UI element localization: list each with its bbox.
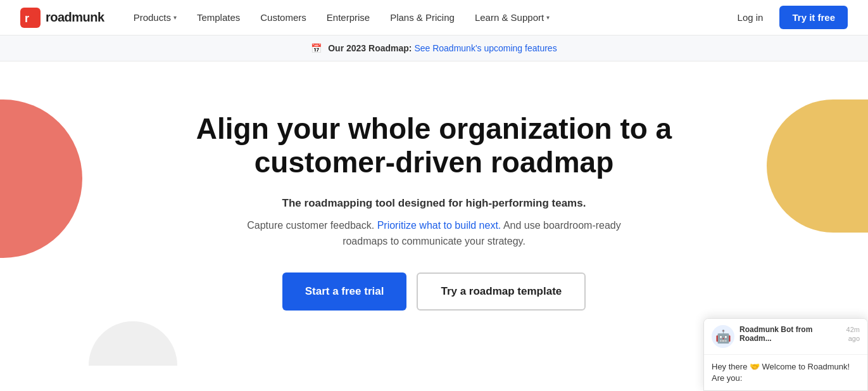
chat-bot-avatar: 🤖 xyxy=(712,325,734,348)
nav-templates[interactable]: Templates xyxy=(188,7,249,28)
svg-text:r: r xyxy=(25,12,29,25)
nav-plans-pricing[interactable]: Plans & Pricing xyxy=(381,7,463,28)
announcement-bar: 📅 Our 2023 Roadmap: See Roadmunk's upcom… xyxy=(0,35,868,61)
chat-time: 42m ago xyxy=(846,325,860,343)
hero-shape-left xyxy=(0,99,82,258)
chat-body: Hey there 🤝 Welcome to Roadmunk! Are you… xyxy=(704,355,867,366)
hero-subtitle: The roadmapping tool designed for high-p… xyxy=(238,197,631,210)
chat-widget[interactable]: 🤖 Roadmunk Bot from Roadm... 42m ago Hey… xyxy=(703,318,868,366)
cta-group: Start a free trial Try a roadmap templat… xyxy=(25,272,843,311)
hero-shape-right xyxy=(767,99,868,233)
chat-meta: Roadmunk Bot from Roadm... 42m ago xyxy=(739,325,860,343)
chat-header: 🤖 Roadmunk Bot from Roadm... 42m ago xyxy=(704,319,867,355)
chat-meta-top: Roadmunk Bot from Roadm... 42m ago xyxy=(739,325,860,343)
nav-products[interactable]: Products ▾ xyxy=(125,7,186,28)
nav-right: Log in Try it free xyxy=(729,6,848,29)
hero-shape-bottom-left xyxy=(89,321,177,366)
hero-body-text1: Capture customer feedback. xyxy=(247,220,377,231)
announcement-bold: Our 2023 Roadmap: xyxy=(328,43,412,53)
nav-enterprise[interactable]: Enterprise xyxy=(318,7,379,28)
nav-links: Products ▾ Templates Customers Enterpris… xyxy=(125,7,729,28)
announcement-link[interactable]: See Roadmunk's upcoming features xyxy=(414,43,557,53)
logo-icon: r xyxy=(20,8,41,28)
nav-learn-support[interactable]: Learn & Support ▾ xyxy=(466,7,558,28)
nav-customers[interactable]: Customers xyxy=(251,7,315,28)
hero-headline: Align your whole organization to a custo… xyxy=(187,112,681,179)
try-roadmap-template-button[interactable]: Try a roadmap template xyxy=(417,272,586,311)
hero-body: Capture customer feedback. Prioritize wh… xyxy=(238,217,631,250)
try-it-free-button[interactable]: Try it free xyxy=(779,6,848,29)
hero-body-link1: Prioritize what to build next. xyxy=(377,220,501,231)
main-nav: r roadmunk Products ▾ Templates Customer… xyxy=(0,0,868,35)
learn-chevron-icon: ▾ xyxy=(546,14,550,21)
login-button[interactable]: Log in xyxy=(729,7,772,28)
calendar-icon: 📅 xyxy=(311,43,322,53)
svg-rect-0 xyxy=(20,8,41,28)
chat-from: Roadmunk Bot from Roadm... xyxy=(739,325,846,343)
logo-link[interactable]: r roadmunk xyxy=(20,8,104,28)
products-chevron-icon: ▾ xyxy=(173,14,177,21)
start-free-trial-button[interactable]: Start a free trial xyxy=(282,272,407,311)
logo-text: roadmunk xyxy=(46,10,104,25)
